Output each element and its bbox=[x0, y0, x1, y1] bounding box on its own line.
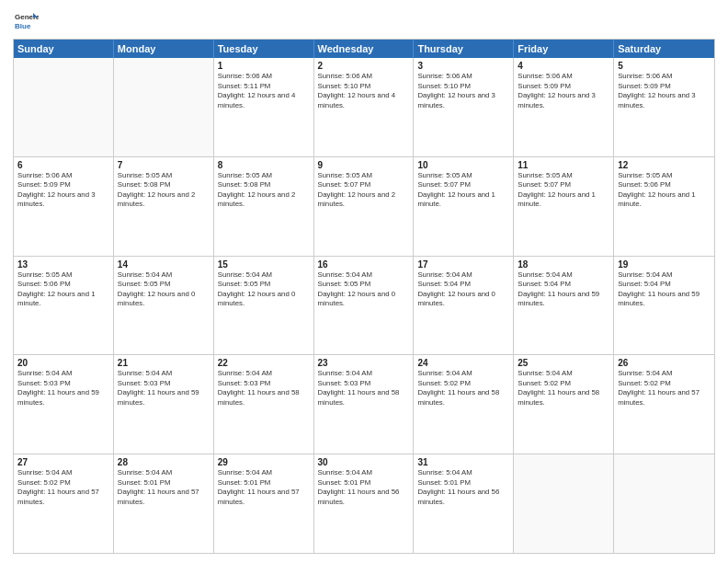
day-18: 18Sunrise: 5:04 AM Sunset: 5:04 PM Dayli… bbox=[514, 257, 614, 355]
day-29: 29Sunrise: 5:04 AM Sunset: 5:01 PM Dayli… bbox=[214, 454, 314, 553]
day-info-4: Sunrise: 5:06 AM Sunset: 5:09 PM Dayligh… bbox=[518, 72, 609, 110]
day-number-24: 24 bbox=[417, 358, 509, 368]
day-info-31: Sunrise: 5:04 AM Sunset: 5:01 PM Dayligh… bbox=[417, 468, 509, 507]
day-info-27: Sunrise: 5:04 AM Sunset: 5:02 PM Dayligh… bbox=[17, 468, 109, 507]
day-info-7: Sunrise: 5:05 AM Sunset: 5:08 PM Dayligh… bbox=[118, 171, 210, 210]
day-info-23: Sunrise: 5:04 AM Sunset: 5:03 PM Dayligh… bbox=[318, 369, 410, 408]
day-info-1: Sunrise: 5:06 AM Sunset: 5:11 PM Dayligh… bbox=[218, 72, 310, 110]
day-info-22: Sunrise: 5:04 AM Sunset: 5:03 PM Dayligh… bbox=[218, 369, 310, 408]
week-row-3: 13Sunrise: 5:05 AM Sunset: 5:06 PM Dayli… bbox=[14, 257, 714, 356]
day-number-10: 10 bbox=[417, 160, 509, 170]
day-info-26: Sunrise: 5:04 AM Sunset: 5:02 PM Dayligh… bbox=[618, 369, 711, 408]
day-number-29: 29 bbox=[218, 457, 310, 467]
day-28: 28Sunrise: 5:04 AM Sunset: 5:01 PM Dayli… bbox=[114, 454, 214, 553]
day-info-13: Sunrise: 5:05 AM Sunset: 5:06 PM Dayligh… bbox=[17, 270, 109, 309]
day-10: 10Sunrise: 5:05 AM Sunset: 5:07 PM Dayli… bbox=[414, 157, 514, 256]
day-11: 11Sunrise: 5:05 AM Sunset: 5:07 PM Dayli… bbox=[514, 157, 614, 256]
day-number-27: 27 bbox=[17, 457, 109, 467]
day-info-2: Sunrise: 5:06 AM Sunset: 5:10 PM Dayligh… bbox=[318, 72, 410, 110]
day-24: 24Sunrise: 5:04 AM Sunset: 5:02 PM Dayli… bbox=[414, 355, 514, 454]
day-20: 20Sunrise: 5:04 AM Sunset: 5:03 PM Dayli… bbox=[14, 355, 114, 454]
day-number-21: 21 bbox=[118, 358, 210, 368]
day-1: 1Sunrise: 5:06 AM Sunset: 5:11 PM Daylig… bbox=[214, 58, 314, 156]
day-number-12: 12 bbox=[618, 160, 711, 170]
day-number-15: 15 bbox=[218, 259, 310, 270]
day-info-16: Sunrise: 5:04 AM Sunset: 5:05 PM Dayligh… bbox=[318, 270, 410, 309]
day-number-18: 18 bbox=[518, 259, 609, 270]
empty-cell-0-1 bbox=[114, 58, 214, 156]
header-monday: Monday bbox=[114, 40, 214, 58]
day-number-19: 19 bbox=[618, 259, 711, 270]
day-info-25: Sunrise: 5:04 AM Sunset: 5:02 PM Dayligh… bbox=[518, 369, 609, 408]
week-row-2: 6Sunrise: 5:06 AM Sunset: 5:09 PM Daylig… bbox=[14, 157, 714, 257]
day-info-3: Sunrise: 5:06 AM Sunset: 5:10 PM Dayligh… bbox=[417, 72, 509, 110]
day-info-17: Sunrise: 5:04 AM Sunset: 5:04 PM Dayligh… bbox=[417, 270, 509, 309]
day-info-14: Sunrise: 5:04 AM Sunset: 5:05 PM Dayligh… bbox=[118, 270, 210, 309]
day-15: 15Sunrise: 5:04 AM Sunset: 5:05 PM Dayli… bbox=[214, 257, 314, 355]
day-23: 23Sunrise: 5:04 AM Sunset: 5:03 PM Dayli… bbox=[314, 355, 415, 454]
week-row-4: 20Sunrise: 5:04 AM Sunset: 5:03 PM Dayli… bbox=[14, 355, 714, 454]
day-info-8: Sunrise: 5:05 AM Sunset: 5:08 PM Dayligh… bbox=[218, 171, 310, 210]
calendar: SundayMondayTuesdayWednesdayThursdayFrid… bbox=[13, 39, 715, 554]
day-2: 2Sunrise: 5:06 AM Sunset: 5:10 PM Daylig… bbox=[314, 58, 415, 156]
day-12: 12Sunrise: 5:05 AM Sunset: 5:06 PM Dayli… bbox=[614, 157, 714, 256]
day-27: 27Sunrise: 5:04 AM Sunset: 5:02 PM Dayli… bbox=[14, 454, 114, 553]
day-info-6: Sunrise: 5:06 AM Sunset: 5:09 PM Dayligh… bbox=[17, 171, 109, 210]
day-info-18: Sunrise: 5:04 AM Sunset: 5:04 PM Dayligh… bbox=[518, 270, 609, 309]
svg-text:Blue: Blue bbox=[15, 22, 31, 30]
day-number-3: 3 bbox=[417, 61, 509, 71]
day-25: 25Sunrise: 5:04 AM Sunset: 5:02 PM Dayli… bbox=[514, 355, 614, 454]
day-info-11: Sunrise: 5:05 AM Sunset: 5:07 PM Dayligh… bbox=[518, 171, 609, 210]
calendar-header: SundayMondayTuesdayWednesdayThursdayFrid… bbox=[14, 40, 714, 58]
day-number-13: 13 bbox=[17, 259, 109, 270]
day-number-20: 20 bbox=[17, 358, 109, 368]
day-number-7: 7 bbox=[118, 160, 210, 170]
empty-cell-4-6 bbox=[614, 454, 714, 553]
day-number-17: 17 bbox=[417, 259, 509, 270]
day-info-15: Sunrise: 5:04 AM Sunset: 5:05 PM Dayligh… bbox=[218, 270, 310, 309]
day-31: 31Sunrise: 5:04 AM Sunset: 5:01 PM Dayli… bbox=[414, 454, 514, 553]
day-info-24: Sunrise: 5:04 AM Sunset: 5:02 PM Dayligh… bbox=[417, 369, 509, 408]
day-info-21: Sunrise: 5:04 AM Sunset: 5:03 PM Dayligh… bbox=[118, 369, 210, 408]
day-17: 17Sunrise: 5:04 AM Sunset: 5:04 PM Dayli… bbox=[414, 257, 514, 355]
day-info-12: Sunrise: 5:05 AM Sunset: 5:06 PM Dayligh… bbox=[618, 171, 711, 210]
day-info-5: Sunrise: 5:06 AM Sunset: 5:09 PM Dayligh… bbox=[618, 72, 711, 110]
week-row-5: 27Sunrise: 5:04 AM Sunset: 5:02 PM Dayli… bbox=[14, 454, 714, 553]
day-info-10: Sunrise: 5:05 AM Sunset: 5:07 PM Dayligh… bbox=[417, 171, 509, 210]
day-number-14: 14 bbox=[118, 259, 210, 270]
header-sunday: Sunday bbox=[14, 40, 114, 58]
day-7: 7Sunrise: 5:05 AM Sunset: 5:08 PM Daylig… bbox=[114, 157, 214, 256]
day-16: 16Sunrise: 5:04 AM Sunset: 5:05 PM Dayli… bbox=[314, 257, 415, 355]
day-number-5: 5 bbox=[618, 61, 711, 71]
day-info-19: Sunrise: 5:04 AM Sunset: 5:04 PM Dayligh… bbox=[618, 270, 711, 309]
day-number-1: 1 bbox=[218, 61, 310, 71]
day-30: 30Sunrise: 5:04 AM Sunset: 5:01 PM Dayli… bbox=[314, 454, 415, 553]
header-thursday: Thursday bbox=[414, 40, 514, 58]
day-number-31: 31 bbox=[417, 457, 509, 467]
header-tuesday: Tuesday bbox=[214, 40, 314, 58]
day-3: 3Sunrise: 5:06 AM Sunset: 5:10 PM Daylig… bbox=[414, 58, 514, 156]
day-6: 6Sunrise: 5:06 AM Sunset: 5:09 PM Daylig… bbox=[14, 157, 114, 256]
day-info-20: Sunrise: 5:04 AM Sunset: 5:03 PM Dayligh… bbox=[17, 369, 109, 408]
header-friday: Friday bbox=[514, 40, 614, 58]
day-number-26: 26 bbox=[618, 358, 711, 368]
logo: General Blue bbox=[13, 9, 39, 35]
day-info-28: Sunrise: 5:04 AM Sunset: 5:01 PM Dayligh… bbox=[118, 468, 210, 507]
day-26: 26Sunrise: 5:04 AM Sunset: 5:02 PM Dayli… bbox=[614, 355, 714, 454]
day-8: 8Sunrise: 5:05 AM Sunset: 5:08 PM Daylig… bbox=[214, 157, 314, 256]
empty-cell-4-5 bbox=[514, 454, 614, 553]
day-number-28: 28 bbox=[118, 457, 210, 467]
day-info-9: Sunrise: 5:05 AM Sunset: 5:07 PM Dayligh… bbox=[318, 171, 410, 210]
day-info-29: Sunrise: 5:04 AM Sunset: 5:01 PM Dayligh… bbox=[218, 468, 310, 507]
day-number-22: 22 bbox=[218, 358, 310, 368]
day-number-23: 23 bbox=[318, 358, 410, 368]
day-number-6: 6 bbox=[17, 160, 109, 170]
header: General Blue bbox=[13, 9, 715, 35]
day-4: 4Sunrise: 5:06 AM Sunset: 5:09 PM Daylig… bbox=[514, 58, 614, 156]
header-saturday: Saturday bbox=[614, 40, 714, 58]
empty-cell-0-0 bbox=[14, 58, 114, 156]
day-number-2: 2 bbox=[318, 61, 410, 71]
day-5: 5Sunrise: 5:06 AM Sunset: 5:09 PM Daylig… bbox=[614, 58, 714, 156]
calendar-body: 1Sunrise: 5:06 AM Sunset: 5:11 PM Daylig… bbox=[14, 58, 714, 553]
day-14: 14Sunrise: 5:04 AM Sunset: 5:05 PM Dayli… bbox=[114, 257, 214, 355]
